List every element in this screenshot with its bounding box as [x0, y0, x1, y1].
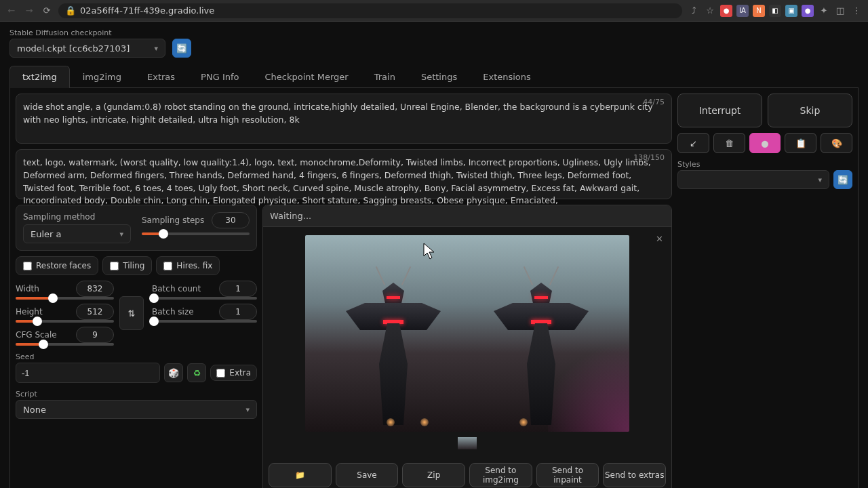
star-icon[interactable]: ☆: [704, 5, 716, 17]
width-label: Width: [16, 284, 39, 293]
batch-size-value[interactable]: 1: [219, 304, 257, 320]
save-button[interactable]: Save: [336, 463, 399, 487]
forward-icon[interactable]: →: [23, 5, 35, 17]
tab-img2img[interactable]: img2img: [70, 66, 134, 87]
arrow-button[interactable]: ↙: [677, 133, 709, 153]
tab-txt2img[interactable]: txt2img: [9, 66, 70, 88]
open-folder-button[interactable]: 📁: [269, 463, 332, 487]
sampling-steps-slider[interactable]: [142, 232, 250, 235]
prompt-token-count: 44/75: [643, 97, 665, 108]
batch-count-value[interactable]: 1: [219, 281, 257, 297]
url-bar[interactable]: 🔒 02a56ff4-71ff-439e.gradio.live: [58, 3, 682, 18]
puzzle-icon[interactable]: ✦: [818, 5, 830, 17]
checkpoint-select[interactable]: model.ckpt [cc6cb27103]: [9, 39, 165, 58]
cfg-value[interactable]: 9: [76, 327, 114, 343]
arrow-icon: ↙: [690, 138, 697, 148]
styles-label: Styles: [677, 160, 700, 169]
tab-extras[interactable]: Extras: [134, 66, 188, 87]
tab-train[interactable]: Train: [361, 66, 408, 87]
seed-random-button[interactable]: 🎲: [164, 363, 183, 382]
restore-faces-check[interactable]: Restore faces: [16, 256, 98, 275]
tab-checkpoint-merger[interactable]: Checkpoint Merger: [252, 66, 361, 87]
seed-extra-check[interactable]: Extra: [210, 365, 257, 381]
preview-image: [305, 235, 629, 432]
send-inpaint-button[interactable]: Send to inpaint: [536, 463, 599, 487]
menu-icon[interactable]: ⋮: [850, 5, 863, 17]
tiling-check[interactable]: Tiling: [102, 256, 152, 275]
negative-prompt-input[interactable]: text, logo, watermark, (worst quality, l…: [16, 149, 672, 199]
recycle-icon: ♻: [193, 368, 201, 378]
cfg-slider[interactable]: [16, 343, 114, 346]
ext-icon-3[interactable]: N: [753, 5, 765, 17]
refresh-checkpoint-button[interactable]: 🔄: [172, 39, 191, 58]
url-text: 02a56ff4-71ff-439e.gradio.live: [80, 5, 214, 16]
batch-count-slider[interactable]: [152, 297, 257, 300]
batch-size-label: Batch size: [152, 307, 194, 317]
ext-icon-1[interactable]: ●: [720, 5, 732, 17]
zip-button[interactable]: Zip: [402, 463, 465, 487]
batch-size-slider[interactable]: [152, 320, 257, 323]
clipboard-button[interactable]: 📋: [785, 133, 816, 153]
lock-icon: 🔒: [65, 5, 76, 16]
negative-token-count: 138/150: [633, 152, 665, 164]
reload-icon[interactable]: ⟳: [41, 5, 53, 17]
tab-settings[interactable]: Settings: [408, 66, 470, 87]
seed-label: Seed: [16, 352, 35, 361]
script-select[interactable]: None: [16, 400, 257, 419]
hires-fix-check[interactable]: Hires. fix: [156, 256, 220, 275]
script-label: Script: [16, 390, 37, 399]
trash-icon: 🗑: [725, 138, 734, 148]
height-slider[interactable]: [16, 320, 114, 323]
ext-icon-5[interactable]: ▣: [785, 5, 797, 17]
interrupt-button[interactable]: Interrupt: [677, 94, 762, 127]
ext-icon-4[interactable]: ◧: [769, 5, 781, 17]
seed-reuse-button[interactable]: ♻: [187, 363, 206, 382]
refresh-icon: 🔄: [176, 43, 187, 54]
ext-icon-2[interactable]: IA: [736, 5, 749, 17]
styles-button-1[interactable]: ●: [749, 133, 781, 153]
close-icon[interactable]: ✕: [656, 234, 663, 244]
height-value[interactable]: 512: [76, 304, 114, 320]
swap-dims-button[interactable]: ⇅: [119, 296, 144, 330]
send-extras-button[interactable]: Send to extras: [603, 463, 666, 487]
thumbnail[interactable]: [458, 437, 477, 449]
palette-button[interactable]: 🎨: [821, 133, 852, 153]
browser-bar: ← → ⟳ 🔒 02a56ff4-71ff-439e.gradio.live ⤴…: [0, 0, 868, 22]
share-icon[interactable]: ⤴: [688, 5, 700, 17]
prompt-input[interactable]: wide shot angle, a (gundam:0.8) robot st…: [16, 94, 672, 144]
back-icon[interactable]: ←: [5, 5, 18, 17]
clipboard-icon: 📋: [795, 138, 806, 148]
preview-status: Waiting...: [263, 205, 671, 227]
tabs: txt2img img2img Extras PNG Info Checkpoi…: [9, 66, 859, 88]
tab-pnginfo[interactable]: PNG Info: [188, 66, 252, 87]
browser-extensions: ⤴ ☆ ● IA N ◧ ▣ ● ✦ ◫ ⋮: [688, 5, 863, 17]
batch-count-label: Batch count: [152, 284, 201, 293]
sampling-steps-label: Sampling steps: [142, 216, 204, 225]
sampling-steps-value[interactable]: 30: [212, 212, 250, 228]
panel-icon[interactable]: ◫: [834, 5, 846, 17]
tab-extensions[interactable]: Extensions: [470, 66, 544, 87]
send-img2img-button[interactable]: Send to img2img: [469, 463, 532, 487]
dot-icon: ●: [761, 138, 768, 148]
swap-icon: ⇅: [128, 308, 136, 319]
refresh-icon: 🔄: [837, 175, 848, 185]
checkpoint-label: Stable Diffusion checkpoint: [9, 28, 165, 37]
refresh-styles-button[interactable]: 🔄: [833, 170, 852, 189]
clear-button[interactable]: 🗑: [713, 133, 745, 153]
sampling-method-select[interactable]: Euler a: [23, 224, 131, 243]
sampling-method-label: Sampling method: [23, 212, 131, 222]
height-label: Height: [16, 307, 43, 317]
width-value[interactable]: 832: [76, 281, 114, 297]
seed-input[interactable]: [16, 363, 160, 383]
skip-button[interactable]: Skip: [768, 94, 852, 127]
cfg-label: CFG Scale: [16, 330, 57, 340]
dice-icon: 🎲: [168, 368, 179, 378]
width-slider[interactable]: [16, 297, 114, 300]
ext-icon-6[interactable]: ●: [802, 5, 814, 17]
styles-select[interactable]: [677, 170, 829, 189]
palette-icon: 🎨: [831, 138, 842, 148]
